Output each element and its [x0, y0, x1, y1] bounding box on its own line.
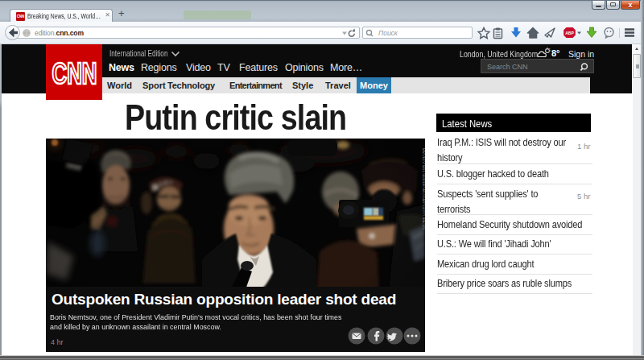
svg-text:CNN: CNN	[52, 57, 97, 90]
svg-text:ABP: ABP	[565, 31, 574, 35]
svg-text:MATVEEV/TASS SEREBRYAKOV/AFP/G: MATVEEV/TASS SEREBRYAKOV/AFP/GETTY IMAGE…	[422, 148, 425, 230]
